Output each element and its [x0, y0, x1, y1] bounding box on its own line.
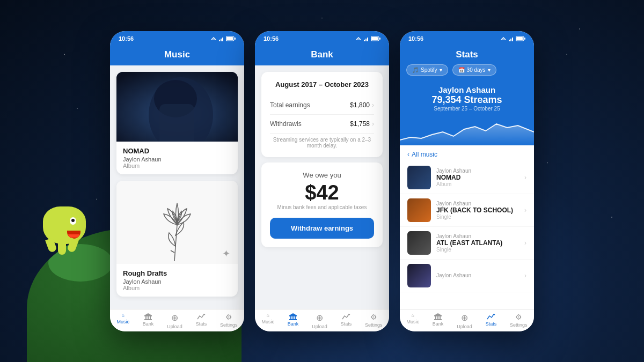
nav-music-stats[interactable]: Stats [196, 313, 207, 329]
nav-music-settings[interactable]: ⚙ Settings [220, 313, 238, 329]
nomad-item-title: NOMAD [436, 174, 519, 181]
svg-rect-28 [289, 315, 297, 316]
stats-item-last[interactable]: Jaylon Ashaun › [400, 260, 534, 292]
nav-bank-settings[interactable]: ⚙ Settings [365, 313, 383, 329]
stats-icon-bank [342, 313, 350, 320]
svg-rect-3 [221, 39, 222, 41]
svg-rect-43 [435, 316, 436, 319]
nav-music-bank-label: Bank [143, 321, 154, 327]
atl-item-type: Single [436, 247, 519, 253]
phones-container: 10:56 Music [110, 31, 534, 331]
stats-content: ‹ All music Jaylon Ashaun NOMAD Album › [400, 145, 534, 309]
svg-marker-33 [289, 313, 297, 315]
svg-rect-29 [290, 316, 291, 319]
stats-item-jfk[interactable]: Jaylon Ashaun JFK (BACK TO SCHOOL) Singl… [400, 194, 534, 227]
status-bar-music: 10:56 [110, 31, 244, 44]
svg-rect-36 [509, 40, 510, 41]
status-bar-stats: 10:56 [400, 31, 534, 44]
period-filter[interactable]: 📅 30 days ▾ [452, 64, 496, 76]
withdrawls-label: Withdrawls [270, 120, 302, 128]
svg-rect-44 [437, 316, 438, 319]
jfk-item-artist: Jaylon Ashaun [436, 201, 519, 206]
total-earnings-value: $1,800 › [350, 101, 374, 109]
nav-stats-bank-label: Bank [433, 321, 444, 327]
nav-stats-stats[interactable]: Stats [486, 313, 497, 329]
svg-rect-16 [148, 316, 149, 319]
streams-chart [400, 116, 534, 145]
nav-music-bank[interactable]: Bank [143, 313, 154, 329]
mascot-tentacle-1 [45, 238, 57, 253]
withdrawls-row[interactable]: Withdrawls $1,758 › [270, 115, 374, 134]
svg-rect-23 [365, 39, 367, 41]
rough-drafts-card[interactable]: ✦ Rough Drafts Jaylon Ashaun Album [116, 181, 238, 297]
svg-rect-14 [144, 315, 152, 316]
rough-drafts-art: ✦ [116, 181, 238, 264]
nav-music-upload[interactable]: ⊕ Upload [167, 313, 182, 329]
nav-bank-stats[interactable]: Stats [341, 313, 352, 329]
nomad-artwork [116, 72, 238, 142]
nav-stats-music-label: Music [406, 319, 419, 324]
withdraw-button[interactable]: Withdraw earnings [270, 218, 374, 239]
phone-bank: 10:56 Bank August 2017 – October 2023 To… [255, 31, 389, 331]
nav-stats-music[interactable]: ⌂ Music [406, 313, 419, 329]
last-item-info: Jaylon Ashaun [436, 272, 519, 278]
stats-artist-name: Jaylon Ashaun [400, 85, 534, 94]
nav-bank-upload[interactable]: ⊕ Upload [312, 313, 327, 329]
stats-item-atl[interactable]: Jaylon Ashaun ATL (EAST ATLANTA) Single … [400, 227, 534, 260]
music-content: NOMAD Jaylon Ashaun Album [110, 65, 244, 309]
svg-rect-2 [219, 40, 220, 41]
nav-stats-stats-label: Stats [486, 321, 497, 327]
nav-music-music[interactable]: ⌂ Music [116, 313, 129, 329]
svg-rect-18 [144, 319, 152, 320]
nomad-card[interactable]: NOMAD Jaylon Ashaun Album [116, 72, 238, 174]
svg-rect-40 [516, 37, 523, 40]
nav-stats-settings[interactable]: ⚙ Settings [510, 313, 528, 329]
owe-note: Minus bank fees and applicable taxes [270, 204, 374, 210]
streaming-note: Streaming services are typically on a 2–… [270, 137, 374, 149]
nav-bank-bank[interactable]: Bank [288, 313, 299, 329]
nav-stats-bank[interactable]: Bank [433, 313, 444, 329]
nav-music-stats-label: Stats [196, 321, 207, 327]
nav-bank-music[interactable]: ⌂ Music [261, 313, 274, 329]
mascot-tentacle-2 [58, 239, 66, 255]
status-icons-music [210, 36, 236, 41]
bank-header-title: Bank [311, 49, 333, 60]
svg-rect-38 [512, 38, 513, 41]
rough-drafts-title: Rough Drafts [123, 269, 231, 277]
spotify-filter[interactable]: 🎵 Spotify ▾ [406, 64, 448, 76]
status-bar-bank: 10:56 [255, 31, 389, 44]
battery-icon-bank [371, 36, 380, 41]
nomad-chevron-stats: › [524, 174, 526, 181]
mascot [43, 206, 91, 255]
atl-item-artist: Jaylon Ashaun [436, 233, 519, 239]
status-time-stats: 10:56 [408, 35, 423, 42]
svg-rect-42 [434, 315, 442, 316]
upload-icon: ⊕ [171, 313, 178, 323]
svg-rect-45 [440, 316, 441, 319]
nav-music-upload-label: Upload [167, 324, 182, 329]
svg-rect-30 [292, 316, 294, 319]
rose-artwork [145, 182, 209, 262]
svg-marker-34 [501, 37, 506, 40]
stats-item-nomad[interactable]: Jaylon Ashaun NOMAD Album › [400, 161, 534, 194]
nomad-item-info: Jaylon Ashaun NOMAD Album [436, 168, 519, 187]
svg-rect-15 [145, 316, 147, 319]
bank-nav: ⌂ Music Bank ⊕ Upload Stats ⚙ Settings [255, 309, 389, 331]
all-music-header[interactable]: ‹ All music [400, 145, 534, 161]
nomad-figure [116, 72, 238, 142]
stats-nav: ⌂ Music Bank ⊕ Upload Stats ⚙ Settings [400, 309, 534, 331]
phone-music-header: Music [110, 44, 244, 65]
bank-icon-stats [434, 313, 442, 320]
owe-card: We owe you $42 Minus bank fees and appli… [261, 162, 383, 247]
stats-date-range: September 25 – October 25 [400, 106, 534, 112]
wifi-icon-stats [500, 36, 507, 41]
nav-stats-upload[interactable]: ⊕ Upload [457, 313, 472, 329]
atl-item-info: Jaylon Ashaun ATL (EAST ATLANTA) Single [436, 233, 519, 253]
signal-icon-bank [364, 36, 369, 41]
svg-marker-20 [356, 37, 361, 40]
svg-rect-7 [235, 38, 236, 40]
nav-bank-bank-label: Bank [288, 321, 299, 327]
status-icons-stats [500, 36, 525, 41]
total-earnings-row[interactable]: Total earnings $1,800 › [270, 96, 374, 115]
withdrawls-value: $1,758 › [350, 120, 374, 128]
